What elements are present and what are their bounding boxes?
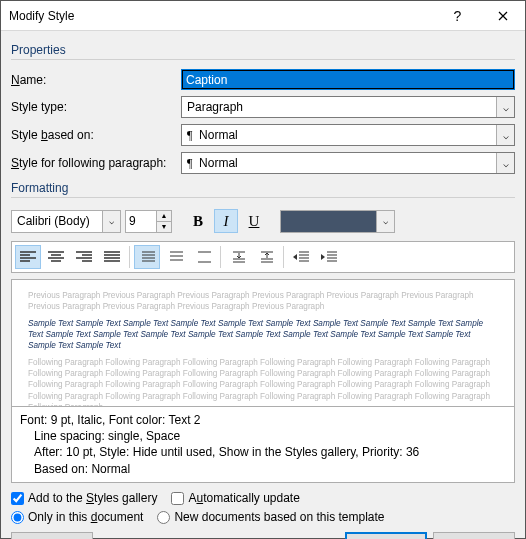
chevron-down-icon[interactable]: ⌵ (496, 153, 514, 173)
chevron-down-icon[interactable]: ⌵ (496, 97, 514, 117)
separator (129, 246, 130, 268)
preview-sample: Sample Text Sample Text Sample Text Samp… (28, 318, 498, 351)
based-on-value: ¶ Normal (182, 128, 496, 143)
preview-following: Following Paragraph Following Paragraph … (28, 357, 498, 407)
font-color-swatch (280, 210, 377, 233)
window-title: Modify Style (9, 9, 435, 23)
spacing-double-icon (195, 250, 211, 264)
following-combo[interactable]: ¶ Normal ⌵ (181, 152, 515, 174)
separator (220, 246, 221, 268)
close-button[interactable] (480, 1, 525, 31)
only-document-radio[interactable]: Only in this document (11, 510, 143, 524)
based-on-combo[interactable]: ¶ Normal ⌵ (181, 124, 515, 146)
name-input[interactable] (181, 69, 515, 90)
desc-line: Based on: Normal (20, 461, 506, 477)
decrease-indent-button[interactable] (288, 245, 314, 269)
cancel-button[interactable]: Cancel (433, 532, 515, 539)
divider (11, 59, 515, 60)
help-button[interactable]: ? (435, 1, 480, 31)
spin-down-icon[interactable]: ▼ (157, 222, 171, 232)
ok-button[interactable]: OK (345, 532, 427, 539)
align-center-icon (48, 251, 64, 263)
add-to-gallery-input[interactable] (11, 492, 24, 505)
font-size-combo[interactable]: 9 (125, 210, 157, 233)
following-label: Style for following paragraph: (11, 156, 181, 170)
style-description: Font: 9 pt, Italic, Font color: Text 2 L… (11, 407, 515, 483)
align-left-icon (20, 251, 36, 263)
divider (11, 197, 515, 198)
chevron-down-icon[interactable]: ⌵ (377, 210, 395, 233)
space-before-dec-button[interactable] (253, 245, 279, 269)
decrease-indent-icon (293, 251, 309, 263)
font-family-value: Calibri (Body) (12, 214, 102, 228)
font-family-combo[interactable]: Calibri (Body) ⌵ (11, 210, 121, 233)
chevron-down-icon[interactable]: ⌵ (496, 125, 514, 145)
modify-style-dialog: Modify Style ? Properties Name: Style ty… (0, 0, 526, 539)
close-icon (498, 11, 508, 21)
align-justify-icon (104, 251, 120, 263)
new-template-input[interactable] (157, 511, 170, 524)
spacing-onehalf-icon (167, 250, 183, 264)
increase-indent-button[interactable] (316, 245, 342, 269)
paragraph-toolbar (11, 241, 515, 273)
separator (283, 246, 284, 268)
font-size-spinner[interactable]: ▲▼ (156, 210, 172, 233)
only-document-input[interactable] (11, 511, 24, 524)
spin-up-icon[interactable]: ▲ (157, 211, 171, 222)
spacing-double-button[interactable] (190, 245, 216, 269)
name-label: Name: (11, 73, 181, 87)
new-template-radio[interactable]: New documents based on this template (157, 510, 384, 524)
preview-previous: Previous Paragraph Previous Paragraph Pr… (28, 290, 498, 312)
italic-button[interactable]: I (214, 209, 238, 233)
properties-header: Properties (11, 43, 515, 57)
auto-update-input[interactable] (171, 492, 184, 505)
desc-line: Font: 9 pt, Italic, Font color: Text 2 (20, 412, 506, 428)
spacing-single-button[interactable] (134, 245, 160, 269)
bold-button[interactable]: B (186, 209, 210, 233)
format-button[interactable]: Format (11, 532, 93, 539)
font-size-value: 9 (126, 214, 156, 228)
add-to-gallery-checkbox[interactable]: Add to the Styles gallery (11, 491, 157, 505)
spacing-single-icon (139, 250, 155, 264)
chevron-down-icon[interactable]: ⌵ (102, 211, 120, 232)
align-left-button[interactable] (15, 245, 41, 269)
desc-line: After: 10 pt, Style: Hide until used, Sh… (20, 444, 506, 460)
desc-line: Line spacing: single, Space (20, 428, 506, 444)
align-center-button[interactable] (43, 245, 69, 269)
space-before-inc-icon (230, 250, 246, 264)
align-right-button[interactable] (71, 245, 97, 269)
style-type-combo[interactable]: Paragraph ⌵ (181, 96, 515, 118)
font-color-combo[interactable]: ⌵ (280, 210, 395, 233)
align-justify-button[interactable] (99, 245, 125, 269)
titlebar: Modify Style ? (1, 1, 525, 31)
space-before-dec-icon (258, 250, 274, 264)
space-before-inc-button[interactable] (225, 245, 251, 269)
style-preview: Previous Paragraph Previous Paragraph Pr… (11, 279, 515, 407)
underline-button[interactable]: U (242, 209, 266, 233)
auto-update-checkbox[interactable]: Automatically update (171, 491, 299, 505)
following-value: ¶ Normal (182, 156, 496, 171)
formatting-header: Formatting (11, 181, 515, 195)
style-type-value: Paragraph (182, 100, 496, 114)
based-on-label: Style based on: (11, 128, 181, 142)
align-right-icon (76, 251, 92, 263)
spacing-onehalf-button[interactable] (162, 245, 188, 269)
increase-indent-icon (321, 251, 337, 263)
style-type-label: Style type: (11, 100, 181, 114)
